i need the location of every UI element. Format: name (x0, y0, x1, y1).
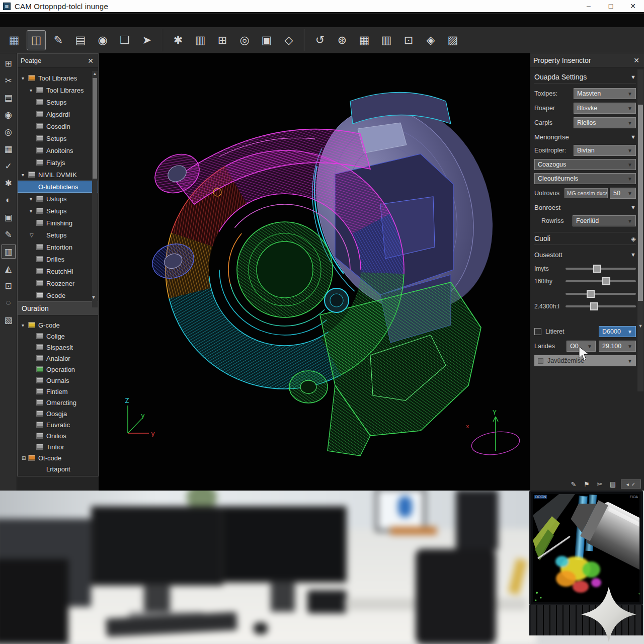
expander-icon[interactable]: ▾ (22, 323, 28, 328)
inspector-close-icon[interactable]: ✕ (632, 56, 641, 64)
pen-icon[interactable]: ✎ (569, 480, 579, 488)
toolbar-icon[interactable]: ◉ (93, 30, 112, 50)
close-button[interactable]: ✕ (622, 0, 644, 12)
carpis-dropdown[interactable]: Riellos▼ (574, 117, 636, 128)
toolbar-icon[interactable]: ◫ (27, 30, 46, 50)
side-tool-icon[interactable]: ◉ (2, 108, 16, 122)
menu-item[interactable] (48, 20, 58, 22)
side-tool-icon[interactable]: ◌ (2, 296, 16, 310)
tree-item[interactable]: Anoitoins (18, 144, 98, 156)
tree-item[interactable]: Roozener (18, 277, 98, 289)
scroll-up-icon[interactable]: ▲ (92, 71, 98, 77)
eositropler-dropdown[interactable]: Bivtan▼ (574, 145, 636, 156)
3d-viewport[interactable]: Z y y Y x (99, 53, 530, 491)
cleoutleurnels-dropdown[interactable]: Cleoutlèurnels▼ (534, 173, 636, 184)
slider[interactable] (566, 305, 636, 307)
minimize-button[interactable]: – (578, 0, 600, 12)
scroll-thumb[interactable] (638, 105, 643, 301)
tree-item[interactable]: Operation (18, 364, 98, 375)
tree-item[interactable]: Gcode (18, 289, 98, 301)
menu-item[interactable] (15, 20, 25, 22)
tree-item[interactable]: ReutchHl (18, 265, 98, 277)
toolbar-icon[interactable]: ✎ (49, 30, 68, 50)
meriongrtse-collapse[interactable]: Meriongrtse▼ (534, 131, 636, 142)
keyboard-icon[interactable]: ▤ (608, 480, 618, 488)
tree-item[interactable]: Euvratic (18, 419, 98, 430)
ousestott-collapse[interactable]: Ousestott▼ (534, 249, 636, 260)
side-tool-icon[interactable]: ◐ (2, 193, 16, 207)
side-tool-icon[interactable]: ✂ (2, 73, 16, 88)
uotrovus-field[interactable]: MG censim dxcsl (565, 188, 608, 198)
tree-item[interactable]: Finishing (18, 217, 98, 229)
slider[interactable] (566, 268, 636, 270)
menu-item[interactable] (37, 20, 47, 22)
tree-item[interactable]: ▾ Tool Libraries (18, 72, 98, 84)
toolbar-icon[interactable]: ⊞ (213, 30, 232, 50)
rowriss-dropdown[interactable]: Foerliüd▼ (573, 215, 636, 226)
uotrovus-small-dropdown[interactable]: 50▼ (610, 188, 636, 199)
toolbar-icon[interactable]: ⊛ (333, 30, 352, 50)
tree-item[interactable]: Cosodin (18, 120, 98, 132)
expander-icon[interactable]: ▾ (22, 172, 28, 178)
toolbar-icon[interactable]: ▨ (443, 30, 462, 50)
slider-thumb[interactable] (590, 302, 598, 310)
tree-panel-close-icon[interactable]: ✕ (86, 57, 95, 65)
expander-icon[interactable]: ⊞ (22, 455, 28, 461)
tree-item[interactable]: Omercting (18, 397, 98, 408)
section-output-settings[interactable]: Ouapda Settings▼ (534, 70, 636, 84)
toxipes-dropdown[interactable]: Masvten▼ (574, 88, 636, 99)
side-tool-icon[interactable]: ▧ (2, 313, 16, 327)
tree-item[interactable]: Setups (18, 96, 98, 108)
tree-item[interactable]: ▾ NIVIL DVMIK (18, 169, 98, 181)
flag-icon[interactable]: ⚑ (582, 480, 592, 488)
tree-item[interactable]: ▽ Setups (18, 229, 98, 241)
side-tool-icon[interactable]: ▦ (2, 142, 16, 156)
tree-item[interactable]: ▾ Setups (18, 205, 98, 217)
tree-section-header[interactable]: Ouration (18, 301, 98, 315)
expander-icon[interactable]: ▾ (30, 88, 36, 93)
toolbar-icon[interactable]: ⊡ (399, 30, 418, 50)
d6000-dropdown[interactable]: D6000▼ (599, 326, 636, 337)
tree-item[interactable]: Colige (18, 331, 98, 342)
side-tool-icon[interactable]: ✱ (2, 176, 16, 190)
inline-checkbox[interactable] (538, 358, 543, 364)
toolbar-icon[interactable]: ▥ (377, 30, 396, 50)
tree-item[interactable]: Fintiem (18, 386, 98, 397)
toolbar-icon[interactable]: ▥ (191, 30, 210, 50)
toolbar-icon[interactable]: ◇ (279, 30, 298, 50)
bonroest-collapse[interactable]: Bonroest▼ (534, 202, 636, 213)
side-tool-icon[interactable]: ▤ (2, 91, 16, 105)
toolbar-icon[interactable] (304, 29, 305, 51)
toolbar-icon[interactable]: ✱ (169, 30, 188, 50)
slider[interactable] (566, 280, 636, 282)
side-tool-icon[interactable]: ▥ (2, 245, 16, 259)
inspector-scrollbar[interactable]: ▼ (637, 69, 643, 391)
toolbar-icon[interactable]: ▤ (71, 30, 90, 50)
toolbar-icon[interactable]: ➤ (137, 30, 156, 50)
roaper-dropdown[interactable]: Btisvke▼ (574, 103, 636, 114)
tree-item[interactable]: Sispaeslt (18, 342, 98, 353)
toolbar-icon[interactable] (162, 29, 163, 51)
menu-item[interactable] (4, 20, 14, 22)
tree-scrollbar[interactable]: ▲ (92, 71, 98, 307)
toolbar-icon[interactable]: ❏ (115, 30, 134, 50)
side-tool-icon[interactable]: ◎ (2, 125, 16, 139)
coazogus-dropdown[interactable]: Coazogus▼ (534, 159, 636, 170)
slider-thumb[interactable] (602, 277, 610, 285)
menu-item[interactable] (26, 20, 36, 22)
tree-item[interactable]: Onilios (18, 430, 98, 441)
scissor-tools-icon[interactable]: ✂ (595, 480, 605, 488)
menu-item[interactable] (59, 20, 69, 22)
side-tool-icon[interactable]: ◭ (2, 262, 16, 276)
tree-item[interactable]: Analaior (18, 353, 98, 364)
tree-item[interactable]: Ournals (18, 375, 98, 386)
toolbar-icon[interactable]: ▦ (5, 30, 24, 50)
tree-item[interactable]: Entortion (18, 241, 98, 253)
tree-item[interactable]: Oosgja (18, 408, 98, 419)
tree-item[interactable]: ▾ G-code (18, 319, 98, 331)
toolbar-icon[interactable]: ◎ (235, 30, 254, 50)
expander-icon[interactable]: ▾ (22, 75, 28, 81)
tree-item[interactable]: Lrtaporit (18, 463, 98, 474)
scroll-down-icon[interactable]: ▼ (637, 324, 643, 329)
tree-item[interactable]: ▾ Ustups (18, 193, 98, 205)
